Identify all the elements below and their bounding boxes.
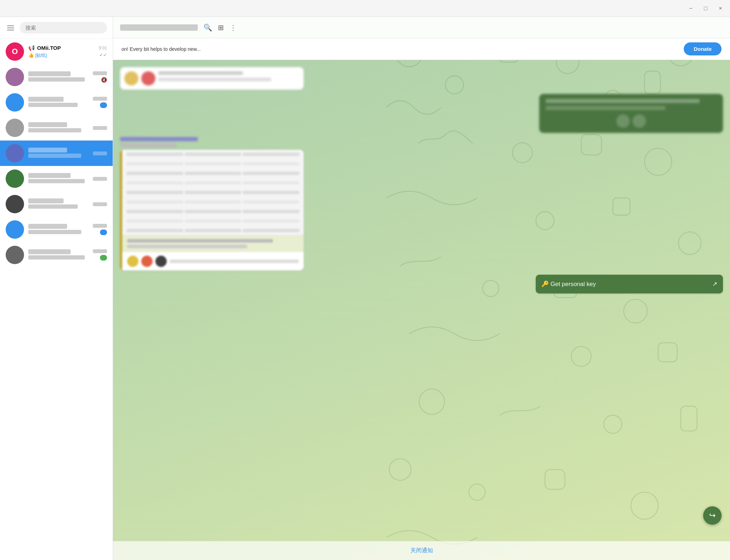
conv-meta — [93, 224, 107, 235]
close-notification-link[interactable]: 关闭通知 — [410, 547, 433, 553]
search-icon[interactable]: 🔍 — [203, 23, 212, 32]
mute-icon: 🔇 — [101, 77, 107, 83]
conv-preview: 👍 [贴纸] — [28, 52, 95, 59]
avatar — [6, 220, 24, 239]
avatar — [6, 195, 24, 213]
close-notification-bar: 关闭通知 — [113, 541, 730, 560]
conversation-item-4[interactable] — [0, 115, 113, 141]
conv-name — [28, 97, 89, 102]
conv-info — [28, 148, 89, 159]
blurred-name — [28, 148, 67, 153]
blurred-name — [28, 224, 67, 229]
forward-icon: ↪ — [709, 511, 716, 520]
titlebar: − □ × — [0, 0, 730, 17]
conv-info: 📢 OMii.TOP 👍 [贴纸] — [28, 45, 95, 59]
columns-icon[interactable]: ⊞ — [218, 23, 224, 32]
blurred-time — [93, 202, 107, 206]
blurred-preview — [28, 77, 85, 82]
blurred-preview — [28, 179, 85, 183]
key-button-label: 🔑 Get personal key — [541, 280, 596, 288]
check-icon: ✓✓ — [99, 52, 107, 58]
notify-icon: 📢 — [28, 45, 35, 51]
conversation-item-6[interactable] — [0, 166, 113, 191]
conv-preview — [28, 255, 89, 261]
conv-meta — [93, 249, 107, 261]
conversation-item-5-active[interactable] — [0, 141, 113, 166]
blurred-time — [93, 224, 107, 228]
blurred-preview — [28, 128, 81, 132]
message-group-1 — [120, 67, 311, 90]
conv-meta — [93, 202, 107, 206]
conv-preview — [28, 204, 89, 210]
avatar — [6, 144, 24, 162]
conversation-item-9[interactable] — [0, 242, 113, 268]
conv-meta: 9:01 ✓✓ — [99, 46, 107, 58]
conv-info — [28, 173, 89, 184]
conv-preview — [28, 103, 89, 108]
conv-name — [28, 71, 89, 76]
chat-area: 🔍 ⊞ ⋮ on! Every bit helps to develop new… — [113, 17, 730, 560]
more-icon[interactable]: ⋮ — [230, 23, 237, 32]
blurred-name — [28, 71, 71, 76]
blurred-time — [93, 126, 107, 130]
conv-meta — [93, 126, 107, 130]
search-input[interactable] — [20, 22, 107, 34]
conv-info — [28, 249, 89, 261]
conversation-item-2[interactable]: 🔇 — [0, 64, 113, 90]
conv-name: 📢 OMii.TOP — [28, 45, 95, 51]
blurred-name — [28, 122, 67, 127]
sticker-preview: 👍 [贴纸] — [28, 53, 47, 58]
avatar — [6, 169, 24, 188]
message-group-2 — [539, 94, 723, 133]
badge — [100, 230, 107, 235]
maximize-button[interactable]: □ — [702, 5, 710, 12]
close-button[interactable]: × — [717, 5, 724, 12]
app-container: O 📢 OMii.TOP 👍 [贴纸] 9:01 ✓✓ — [0, 17, 730, 560]
conv-meta — [93, 151, 107, 155]
donate-button[interactable]: Donate — [684, 42, 722, 55]
blurred-preview — [28, 103, 78, 107]
avatar: O — [6, 42, 24, 61]
conversation-item-omii[interactable]: O 📢 OMii.TOP 👍 [贴纸] 9:01 ✓✓ — [0, 39, 113, 64]
hamburger-icon[interactable] — [6, 24, 16, 32]
conversation-list: O 📢 OMii.TOP 👍 [贴纸] 9:01 ✓✓ — [0, 39, 113, 560]
chat-title — [120, 24, 198, 31]
conv-preview — [28, 179, 89, 184]
blurred-time — [93, 71, 107, 75]
conv-info — [28, 198, 89, 210]
conversation-item-3[interactable] — [0, 90, 113, 115]
conv-meta: 🔇 — [93, 71, 107, 83]
conv-info — [28, 71, 89, 83]
conv-preview — [28, 154, 89, 159]
conv-meta — [93, 177, 107, 181]
minimize-button[interactable]: − — [687, 5, 695, 12]
message-bubble-2 — [539, 94, 723, 133]
blurred-preview — [28, 230, 81, 234]
key-button[interactable]: 🔑 Get personal key ↗ — [536, 275, 723, 293]
sidebar: O 📢 OMii.TOP 👍 [贴纸] 9:01 ✓✓ — [0, 17, 113, 560]
conv-name — [28, 148, 89, 153]
blurred-time — [93, 177, 107, 181]
conv-time: 9:01 — [99, 46, 107, 50]
avatar — [6, 246, 24, 264]
message-bubble-1 — [120, 67, 304, 90]
conv-info — [28, 224, 89, 235]
conversation-item-7[interactable] — [0, 191, 113, 217]
message-group-3 — [120, 137, 304, 270]
conv-preview — [28, 230, 89, 235]
forward-button[interactable]: ↪ — [703, 506, 722, 525]
donate-text: on! Every bit helps to develop new... — [121, 46, 678, 52]
chat-messages[interactable]: 🔑 Get personal key ↗ — [113, 60, 730, 541]
blurred-time — [93, 97, 107, 101]
conv-name — [28, 198, 89, 203]
conversation-item-8[interactable] — [0, 217, 113, 242]
conv-name — [28, 224, 89, 229]
blurred-name — [28, 198, 64, 203]
conv-name — [28, 122, 89, 127]
chat-header: 🔍 ⊞ ⋮ — [113, 17, 730, 38]
conv-meta — [93, 97, 107, 108]
donate-banner: on! Every bit helps to develop new... Do… — [113, 38, 730, 60]
header-actions: 🔍 ⊞ ⋮ — [203, 23, 237, 32]
message-header-blurred — [120, 137, 198, 148]
avatar — [6, 119, 24, 137]
